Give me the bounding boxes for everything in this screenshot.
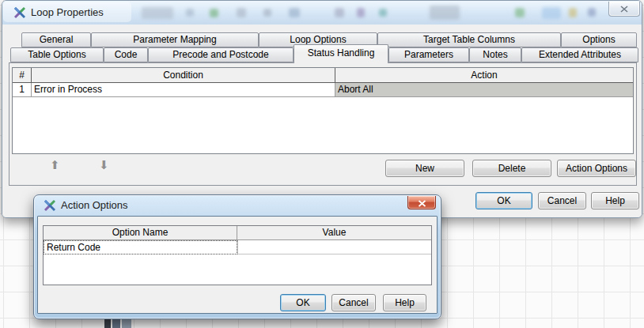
tab-status-handling[interactable]: Status Handling [294, 44, 388, 63]
action-options-button[interactable]: Action Options [557, 160, 636, 177]
table-row: Return Code [44, 240, 431, 254]
glass-blur-decoration [142, 7, 173, 19]
cancel-button[interactable]: Cancel [538, 192, 586, 209]
glass-blur-decoration [335, 8, 344, 17]
transform-pinwheel-icon [44, 199, 56, 212]
transform-pinwheel-icon [13, 6, 26, 19]
row-number-cell[interactable]: 1 [13, 83, 32, 97]
option-name-cell[interactable]: Return Code [44, 240, 237, 254]
tab-extended-attributes[interactable]: Extended Attributes [521, 47, 638, 62]
loop-properties-dialog: Loop Properties General Parameter Mappin… [2, 0, 642, 218]
option-value-cell[interactable] [237, 240, 431, 254]
ok-button[interactable]: OK [475, 192, 532, 209]
glass-blur-decoration [210, 9, 218, 17]
options-table-header-row: Option Name Value [44, 226, 431, 240]
status-table-header-row: # Condition Action [13, 68, 633, 83]
action-cell[interactable]: Abort All [335, 83, 633, 97]
column-header-number: # [13, 68, 32, 83]
close-icon [620, 6, 628, 13]
screen: Loop Properties General Parameter Mappin… [0, 0, 644, 328]
tab-parameters[interactable]: Parameters [388, 47, 469, 62]
tab-parameter-mapping[interactable]: Parameter Mapping [91, 32, 259, 47]
move-down-button[interactable]: ⬇ [99, 158, 109, 172]
column-header-action: Action [335, 68, 633, 83]
move-up-button[interactable]: ⬆ [50, 158, 60, 172]
tab-code[interactable]: Code [104, 47, 148, 62]
glass-blur-decoration [569, 8, 577, 17]
action-dialog-title: Action Options [61, 199, 128, 211]
glass-blur-decoration [542, 7, 561, 19]
tab-table-options[interactable]: Table Options [10, 47, 104, 62]
glass-blur-decoration [186, 9, 194, 17]
glass-blur-decoration [588, 8, 596, 17]
tab-general[interactable]: General [21, 32, 91, 47]
help-button[interactable]: Help [591, 192, 639, 209]
condition-cell[interactable]: Error in Process [32, 83, 335, 97]
close-button[interactable] [407, 196, 436, 209]
cancel-button[interactable]: Cancel [331, 294, 376, 311]
delete-button[interactable]: Delete [472, 160, 551, 177]
table-row: 1 Error in Process Abort All [13, 83, 633, 97]
tab-target-table-columns[interactable]: Target Table Columns [377, 32, 561, 47]
glass-blur-decoration [237, 8, 246, 17]
tab-options[interactable]: Options [561, 32, 637, 47]
ok-button[interactable]: OK [280, 294, 326, 311]
glass-blur-decoration [289, 8, 300, 17]
loop-dialog-title: Loop Properties [31, 6, 104, 18]
column-header-option-name: Option Name [44, 226, 237, 240]
action-dialog-client: Option Name Value Return Code OK Cancel … [37, 216, 438, 314]
column-header-value: Value [237, 226, 431, 240]
new-button[interactable]: New [385, 160, 464, 177]
tab-precode-and-postcode[interactable]: Precode and Postcode [148, 47, 294, 62]
loop-properties-titlebar[interactable]: Loop Properties [2, 1, 642, 25]
glass-blur-decoration [379, 9, 387, 17]
glass-blur-decoration [430, 6, 460, 20]
down-arrow-icon: ⬇ [99, 158, 109, 172]
up-arrow-icon: ⬆ [50, 158, 60, 172]
status-table: # Condition Action 1 Error in Process Ab… [12, 67, 634, 154]
close-icon [418, 200, 426, 207]
glass-blur-decoration [263, 9, 271, 17]
help-button[interactable]: Help [383, 294, 426, 311]
options-table: Option Name Value Return Code [43, 225, 432, 285]
column-header-condition: Condition [32, 68, 335, 83]
action-options-titlebar[interactable]: Action Options [34, 195, 441, 216]
close-button[interactable] [608, 2, 640, 17]
tab-notes[interactable]: Notes [469, 47, 521, 62]
glass-blur-decoration [357, 8, 365, 17]
action-options-dialog: Action Options Option Name Value Return … [33, 194, 441, 319]
glass-blur-decoration [515, 8, 525, 17]
